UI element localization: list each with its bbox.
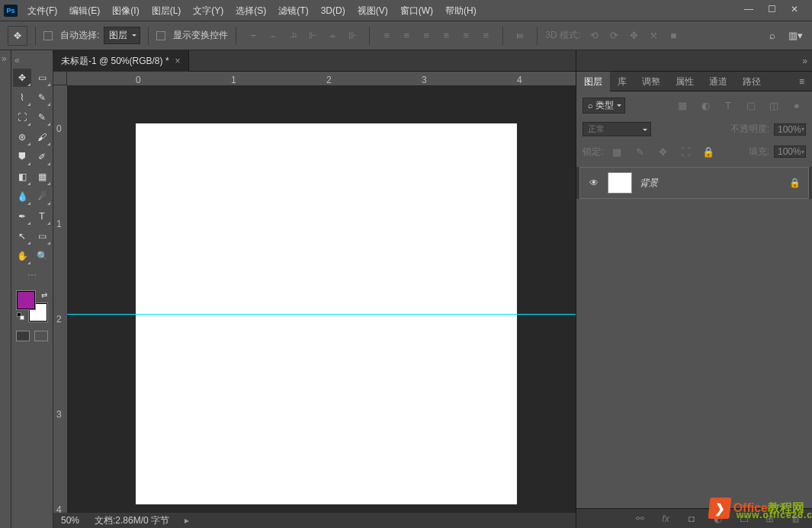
collapse-strip-left[interactable]: » bbox=[0, 50, 11, 528]
standard-mode-button[interactable] bbox=[16, 331, 30, 341]
close-button[interactable]: ✕ bbox=[783, 2, 806, 17]
menu-file[interactable]: 文件(F) bbox=[21, 0, 63, 21]
layer-mask-icon[interactable]: ◘ bbox=[682, 510, 701, 528]
close-tab-icon[interactable]: × bbox=[175, 50, 181, 72]
zoom-tool[interactable]: 🔍 bbox=[33, 247, 51, 265]
dist-5-icon[interactable]: ≡ bbox=[457, 27, 475, 45]
3d-slide-icon[interactable]: ⤧ bbox=[644, 27, 663, 45]
menu-type[interactable]: 文字(Y) bbox=[187, 0, 229, 21]
layer-thumbnail[interactable] bbox=[608, 172, 632, 194]
blur-tool[interactable]: 💧 bbox=[13, 187, 31, 206]
lock-all-icon[interactable]: 🔒 bbox=[699, 142, 717, 161]
move-tool[interactable]: ✥ bbox=[13, 69, 31, 87]
menu-view[interactable]: 视图(V) bbox=[351, 0, 394, 21]
menu-3d[interactable]: 3D(D) bbox=[315, 0, 351, 21]
align-vcenter-icon[interactable]: ⫠ bbox=[264, 27, 282, 45]
foreground-color-swatch[interactable] bbox=[17, 291, 35, 309]
path-select-tool[interactable]: ↖ bbox=[13, 227, 31, 245]
filter-toggle-icon[interactable]: ● bbox=[788, 96, 806, 114]
dist-2-icon[interactable]: ≡ bbox=[397, 27, 416, 45]
document-tab[interactable]: 未标题-1 @ 50%(RGB/8) * × bbox=[53, 50, 189, 72]
tab-adjustments[interactable]: 调整 bbox=[634, 72, 668, 91]
gradient-tool[interactable]: ▦ bbox=[33, 168, 51, 186]
ruler-horizontal[interactable]: 0 1 2 3 4 bbox=[67, 72, 576, 85]
brush-tool[interactable]: 🖌 bbox=[33, 128, 51, 146]
lock-paint-icon[interactable]: ✎ bbox=[631, 142, 649, 161]
fill-value[interactable]: 100% bbox=[774, 146, 806, 158]
marquee-tool[interactable]: ▭ bbox=[33, 69, 51, 87]
filter-adjustment-icon[interactable]: ◐ bbox=[696, 96, 714, 114]
blend-mode-dropdown[interactable]: 正常 bbox=[583, 122, 651, 136]
filter-type-icon[interactable]: T bbox=[719, 96, 737, 114]
align-hcenter-icon[interactable]: ⫨ bbox=[323, 27, 342, 45]
canvas-viewport[interactable] bbox=[67, 85, 576, 513]
layer-name[interactable]: 背景 bbox=[640, 177, 782, 190]
lasso-tool[interactable]: ⌇ bbox=[13, 88, 31, 107]
menu-help[interactable]: 帮助(H) bbox=[439, 0, 483, 21]
dist-4-icon[interactable]: ≡ bbox=[437, 27, 455, 45]
horizontal-guide[interactable] bbox=[67, 314, 576, 315]
healing-tool[interactable]: ⊛ bbox=[13, 128, 31, 146]
tab-layers[interactable]: 图层 bbox=[576, 72, 610, 91]
quick-select-tool[interactable]: ✎ bbox=[33, 88, 51, 107]
tab-paths[interactable]: 路径 bbox=[735, 72, 769, 91]
toolbox-more-icon[interactable]: ⋯ bbox=[27, 270, 37, 280]
shape-tool[interactable]: ▭ bbox=[33, 227, 51, 245]
menu-edit[interactable]: 编辑(E) bbox=[63, 0, 106, 21]
tab-libraries[interactable]: 库 bbox=[610, 72, 634, 91]
eyedropper-tool[interactable]: ✎ bbox=[33, 108, 51, 126]
align-top-icon[interactable]: ⫟ bbox=[244, 27, 262, 45]
maximize-button[interactable]: ☐ bbox=[760, 2, 783, 17]
lock-position-icon[interactable]: ✥ bbox=[653, 142, 672, 161]
panel-menu-icon[interactable]: ≡ bbox=[791, 72, 812, 91]
hand-tool[interactable]: ✋ bbox=[13, 247, 31, 265]
eraser-tool[interactable]: ◧ bbox=[13, 168, 31, 186]
zoom-level[interactable]: 50% bbox=[61, 515, 79, 526]
layer-fx-icon[interactable]: fx bbox=[656, 510, 675, 528]
menu-select[interactable]: 选择(S) bbox=[229, 0, 272, 21]
layer-lock-icon[interactable]: 🔒 bbox=[789, 178, 801, 188]
lock-pixels-icon[interactable]: ▦ bbox=[608, 142, 626, 161]
3d-camera-icon[interactable]: ■ bbox=[664, 27, 682, 45]
stamp-tool[interactable]: ⛊ bbox=[13, 148, 31, 166]
link-layers-icon[interactable]: ⚯ bbox=[631, 510, 649, 528]
auto-select-target-dropdown[interactable]: 图层 bbox=[104, 27, 140, 44]
auto-align-icon[interactable]: ⫢ bbox=[511, 27, 529, 45]
menu-filter[interactable]: 滤镜(T) bbox=[272, 0, 314, 21]
search-icon[interactable]: ⌕ bbox=[763, 27, 782, 45]
crop-tool[interactable]: ⛶ bbox=[13, 108, 31, 126]
auto-select-checkbox[interactable] bbox=[43, 31, 53, 40]
toolbox-collapse-icon[interactable]: « bbox=[11, 55, 23, 69]
lock-artboard-icon[interactable]: ⛶ bbox=[676, 142, 695, 161]
current-tool-indicator[interactable]: ✥ bbox=[8, 26, 27, 46]
dist-6-icon[interactable]: ≡ bbox=[477, 27, 495, 45]
3d-pan-icon[interactable]: ✥ bbox=[624, 27, 643, 45]
3d-orbit-icon[interactable]: ⟲ bbox=[585, 27, 603, 45]
align-right-icon[interactable]: ⊪ bbox=[343, 27, 361, 45]
tab-properties[interactable]: 属性 bbox=[668, 72, 701, 91]
filter-shape-icon[interactable]: ▢ bbox=[742, 96, 760, 114]
layer-item-background[interactable]: 👁 背景 🔒 bbox=[579, 167, 809, 199]
panels-collapse-icon[interactable]: » bbox=[802, 56, 807, 66]
doc-size[interactable]: 文档:2.86M/0 字节 bbox=[95, 514, 169, 527]
opacity-value[interactable]: 100% bbox=[774, 123, 806, 136]
ruler-origin[interactable] bbox=[53, 72, 67, 85]
dist-1-icon[interactable]: ≡ bbox=[377, 27, 396, 45]
dodge-tool[interactable]: ☄ bbox=[33, 187, 51, 206]
menu-layer[interactable]: 图层(L) bbox=[146, 0, 188, 21]
3d-roll-icon[interactable]: ⟳ bbox=[605, 27, 623, 45]
history-brush-tool[interactable]: ✐ bbox=[33, 148, 51, 166]
tab-channels[interactable]: 通道 bbox=[701, 72, 735, 91]
filter-smart-icon[interactable]: ◫ bbox=[765, 96, 783, 114]
filter-image-icon[interactable]: ▦ bbox=[673, 96, 692, 114]
align-bottom-icon[interactable]: ⫡ bbox=[284, 27, 302, 45]
doc-size-chevron-icon[interactable]: ▸ bbox=[185, 515, 189, 526]
dist-3-icon[interactable]: ≡ bbox=[417, 27, 435, 45]
reset-colors-icon[interactable] bbox=[17, 312, 26, 322]
pen-tool[interactable]: ✒ bbox=[13, 207, 31, 226]
show-transform-checkbox[interactable] bbox=[156, 31, 165, 40]
swap-colors-icon[interactable]: ⇄ bbox=[41, 291, 47, 299]
layer-visibility-icon[interactable]: 👁 bbox=[588, 178, 600, 188]
layer-filter-dropdown[interactable]: ⌕ 类型 bbox=[583, 98, 625, 114]
mask-mode-button[interactable] bbox=[34, 331, 48, 341]
